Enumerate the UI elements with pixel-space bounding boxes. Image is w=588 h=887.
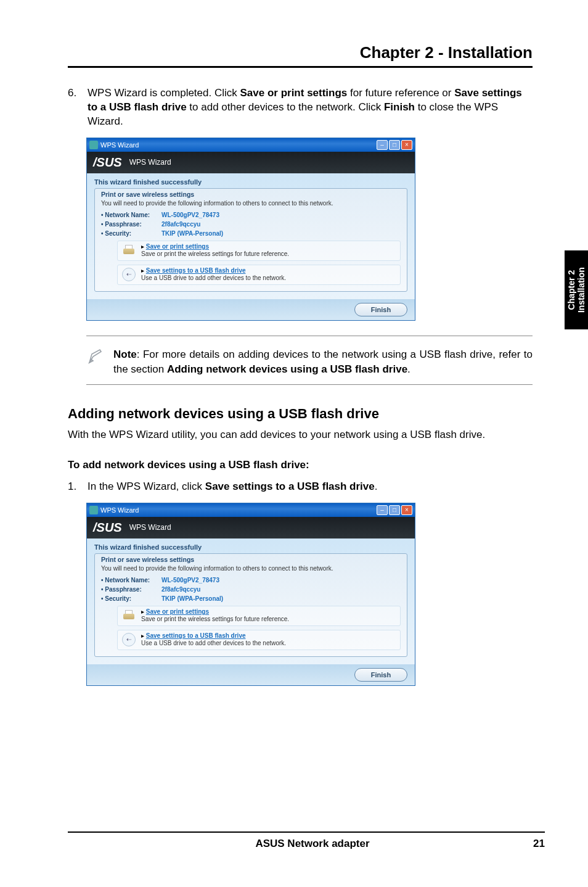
chapter-header: Chapter 2 - Installation (68, 43, 533, 62)
label-network-name: • Network Name: (101, 212, 158, 218)
note-rule-bottom (86, 384, 533, 385)
action-bullet-2b: ▸ (141, 632, 144, 639)
action-bullet-1b: ▸ (141, 608, 144, 615)
fieldset-desc: You will need to provide the following i… (101, 200, 401, 207)
note-block: Note: For more details on adding devices… (86, 347, 533, 377)
save-usb-link-2[interactable]: Save settings to a USB flash drive (146, 632, 246, 639)
maximize-button-2[interactable]: □ (389, 505, 400, 515)
label-security-2: • Security: (101, 595, 158, 602)
row-security-2: • Security: TKIP (WPA-Personal) (101, 595, 401, 602)
row-security: • Security: TKIP (WPA-Personal) (101, 230, 401, 237)
step6-mid1: for future reference or (347, 87, 454, 99)
printer-icon (121, 243, 136, 258)
action-bullet-2: ▸ (141, 267, 144, 274)
step-1: 1. In the WPS Wizard, click Save setting… (68, 480, 533, 494)
save-print-link-2[interactable]: Save or print settings (146, 608, 209, 615)
minimize-button-2[interactable]: – (377, 505, 388, 515)
app-icon-2 (89, 506, 98, 514)
step1-b1: Save settings to a USB flash drive (205, 481, 375, 492)
row-passphrase-2: • Passphrase: 2f8afc9qccyu (101, 586, 401, 593)
note-text: Note: For more details on adding devices… (113, 347, 533, 377)
section-subheading: Adding network devices using a USB flash… (68, 406, 533, 422)
save-print-desc: Save or print the wireless settings for … (141, 250, 289, 257)
finished-message: This wizard finished successfully (94, 178, 407, 186)
printer-icon-2 (121, 608, 136, 623)
step1-post: . (375, 481, 378, 492)
save-print-link[interactable]: Save or print settings (146, 243, 209, 250)
wizard-body: This wizard finished successfully Print … (87, 173, 415, 299)
action-save-print-2[interactable]: ▸ Save or print settings Save or print t… (117, 606, 401, 626)
finish-button[interactable]: Finish (354, 303, 407, 316)
save-usb-link[interactable]: Save settings to a USB flash drive (146, 267, 246, 274)
side-tab: Chapter 2 Installation (565, 250, 588, 329)
titlebar-2[interactable]: WPS Wizard – □ × (87, 503, 415, 517)
wizard-title: WPS Wizard (129, 158, 171, 167)
label-passphrase-2: • Passphrase: (101, 586, 158, 593)
minimize-button[interactable]: – (377, 140, 388, 150)
note-t2: . (407, 363, 410, 375)
finish-button-2[interactable]: Finish (354, 668, 407, 682)
usb-glyph-2: ⇠ (122, 633, 136, 646)
steps-heading: To add network devices using a USB flash… (68, 458, 533, 472)
note-b2: Adding network devices using a USB flash… (167, 363, 407, 375)
asus-logo-2: /SUS (93, 521, 122, 535)
step-1-number: 1. (68, 480, 79, 494)
action-save-usb[interactable]: ⇠ ▸ Save settings to a USB flash drive U… (117, 265, 401, 285)
wps-wizard-dialog-1: WPS Wizard – □ × /SUS WPS Wizard This wi… (86, 138, 415, 321)
label-passphrase: • Passphrase: (101, 221, 158, 228)
wizard-footer-2: Finish (87, 664, 415, 685)
action-save-print[interactable]: ▸ Save or print settings Save or print t… (117, 241, 401, 261)
app-icon (89, 141, 98, 149)
step6-mid2: to add other devices to the network. Cli… (187, 101, 384, 113)
wizard-header: /SUS WPS Wizard (87, 152, 415, 173)
close-button[interactable]: × (401, 140, 412, 150)
titlebar-text-2: WPS Wizard (100, 506, 139, 514)
step6-b3: Finish (384, 101, 415, 113)
save-print-desc-2: Save or print the wireless settings for … (141, 616, 289, 622)
titlebar[interactable]: WPS Wizard – □ × (87, 138, 415, 152)
value-network-name-2: WL-500gPV2_78473 (161, 577, 219, 584)
wps-wizard-dialog-2: WPS Wizard – □ × /SUS WPS Wizard This wi… (86, 503, 415, 686)
action-bullet-1: ▸ (141, 243, 144, 250)
save-usb-desc: Use a USB drive to add other devices to … (141, 274, 286, 281)
pencil-icon (86, 347, 105, 366)
value-passphrase: 2f8afc9qccyu (161, 221, 200, 228)
settings-fieldset-2: Print or save wireless settings You will… (94, 553, 407, 657)
step-6-text: WPS Wizard is completed. Click Save or p… (88, 86, 533, 129)
row-passphrase: • Passphrase: 2f8afc9qccyu (101, 221, 401, 228)
step1-pre: In the WPS Wizard, click (88, 481, 205, 492)
value-network-name: WL-500gPV2_78473 (161, 212, 219, 218)
step-1-text: In the WPS Wizard, click Save settings t… (88, 480, 533, 494)
maximize-button[interactable]: □ (389, 140, 400, 150)
page-footer: ASUS Network adapter 21 (68, 831, 545, 850)
value-passphrase-2: 2f8afc9qccyu (161, 586, 200, 593)
usb-glyph: ⇠ (122, 268, 136, 281)
action-save-usb-2[interactable]: ⇠ ▸ Save settings to a USB flash drive U… (117, 630, 401, 650)
step6-b1: Save or print settings (240, 87, 348, 99)
asus-logo: /SUS (93, 155, 122, 170)
close-button-2[interactable]: × (401, 505, 412, 515)
usb-icon-2: ⇠ (121, 632, 136, 647)
value-security: TKIP (WPA-Personal) (161, 230, 223, 237)
side-tab-line1: Chapter 2 (566, 270, 576, 310)
fieldset-legend-2: Print or save wireless settings (101, 556, 401, 563)
section-body: With the WPS Wizard utility, you can add… (68, 428, 533, 442)
note-rule-top (86, 336, 533, 336)
row-network-name: • Network Name: WL-500gPV2_78473 (101, 212, 401, 218)
settings-fieldset: Print or save wireless settings You will… (94, 188, 407, 292)
footer-rule (68, 831, 545, 833)
page-number: 21 (514, 838, 545, 850)
label-security: • Security: (101, 230, 158, 237)
step-6: 6. WPS Wizard is completed. Click Save o… (68, 86, 533, 129)
wizard-footer: Finish (87, 299, 415, 320)
header-rule (68, 66, 533, 68)
titlebar-text: WPS Wizard (100, 141, 139, 149)
value-security-2: TKIP (WPA-Personal) (161, 595, 223, 602)
step6-pre: WPS Wizard is completed. Click (88, 87, 240, 99)
note-label: Note (113, 349, 137, 360)
footer-title: ASUS Network adapter (68, 838, 514, 850)
side-tab-line2: Installation (576, 267, 586, 313)
wizard-header-2: /SUS WPS Wizard (87, 517, 415, 538)
row-network-name-2: • Network Name: WL-500gPV2_78473 (101, 577, 401, 584)
label-network-name-2: • Network Name: (101, 577, 158, 584)
